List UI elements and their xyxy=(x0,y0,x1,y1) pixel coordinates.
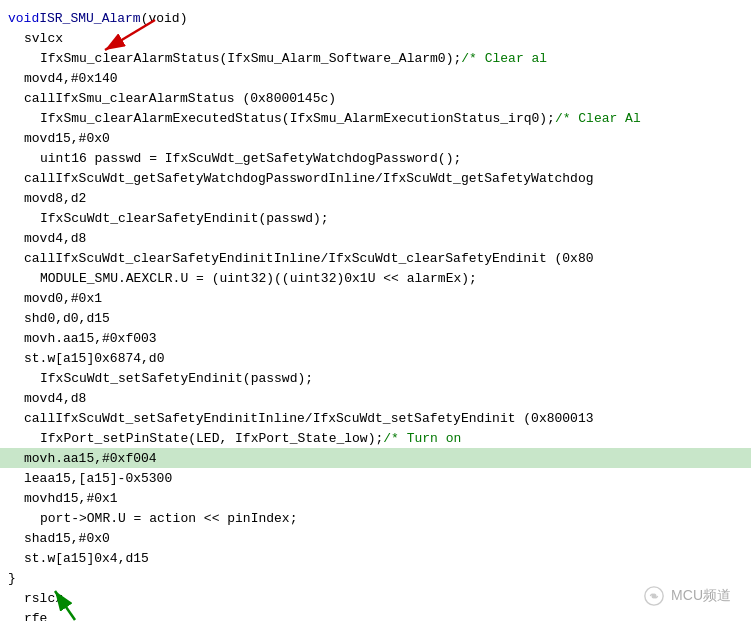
code-line-9: call IfxScuWdt_getSafetyWatchdogPassword… xyxy=(0,168,751,188)
token: [a15]0x4,d15 xyxy=(55,551,149,566)
code-line-3: IfxSmu_clearAlarmStatus(IfxSmu_Alarm_Sof… xyxy=(0,48,751,68)
token: st.w xyxy=(24,351,55,366)
watermark-text: MCU频道 xyxy=(671,587,731,605)
token: IfxScuWdt_clearSafetyEndinit(passwd); xyxy=(40,211,329,226)
token: call xyxy=(24,171,55,186)
token: port->OMR.U = action << pinIndex; xyxy=(40,511,297,526)
token: /* Clear Al xyxy=(555,111,641,126)
code-line-26: port->OMR.U = action << pinIndex; xyxy=(0,508,751,528)
code-line-1: void ISR_SMU_Alarm(void) xyxy=(0,8,751,28)
token: mov xyxy=(24,231,47,246)
token: sha xyxy=(24,531,47,546)
token: movh xyxy=(24,491,55,506)
code-line-25: movh d15,#0x1 xyxy=(0,488,751,508)
token: IfxScuWdt_setSafetyEndinitInline/IfxScuW… xyxy=(55,411,593,426)
code-line-4: mov d4,#0x140 xyxy=(0,68,751,88)
code-line-18: st.w [a15]0x6874,d0 xyxy=(0,348,751,368)
token: svlcx xyxy=(24,31,63,46)
token: mov xyxy=(24,131,47,146)
token: d15,#0x0 xyxy=(47,531,109,546)
token: rfe xyxy=(24,611,47,622)
token: (void) xyxy=(141,11,188,26)
code-line-8: uint16 passwd = IfxScuWdt_getSafetyWatch… xyxy=(0,148,751,168)
token: IfxSmu_clearAlarmExecutedStatus(IfxSmu_A… xyxy=(40,111,555,126)
token: mov xyxy=(24,291,47,306)
token: sh xyxy=(24,311,40,326)
code-container: void ISR_SMU_Alarm(void)svlcxIfxSmu_clea… xyxy=(0,0,751,621)
token: call xyxy=(24,251,55,266)
token: lea xyxy=(24,471,47,486)
code-line-12: mov d4,d8 xyxy=(0,228,751,248)
token: IfxScuWdt_clearSafetyEndinitInline/IfxSc… xyxy=(55,251,593,266)
code-line-11: IfxScuWdt_clearSafetyEndinit(passwd); xyxy=(0,208,751,228)
code-line-19: IfxScuWdt_setSafetyEndinit(passwd); xyxy=(0,368,751,388)
token: IfxSmu_clearAlarmStatus (0x8000145c) xyxy=(55,91,336,106)
token: d4,d8 xyxy=(47,231,86,246)
token: movh.a xyxy=(24,451,71,466)
token: IfxPort_setPinState(LED, IfxPort_State_l… xyxy=(40,431,383,446)
watermark: MCU频道 xyxy=(643,585,731,607)
code-line-31: rfe xyxy=(0,608,751,621)
code-line-13: call IfxScuWdt_clearSafetyEndinitInline/… xyxy=(0,248,751,268)
code-line-16: sh d0,d0,d15 xyxy=(0,308,751,328)
code-line-22: IfxPort_setPinState(LED, IfxPort_State_l… xyxy=(0,428,751,448)
token: st.w xyxy=(24,551,55,566)
code-line-20: mov d4,d8 xyxy=(0,388,751,408)
code-line-29: } xyxy=(0,568,751,588)
token: a15,#0xf004 xyxy=(71,451,157,466)
token: movh.a xyxy=(24,331,71,346)
token: IfxScuWdt_setSafetyEndinit(passwd); xyxy=(40,371,313,386)
token: mov xyxy=(24,71,47,86)
code-line-28: st.w [a15]0x4,d15 xyxy=(0,548,751,568)
token: IfxScuWdt_getSafetyWatchdogPasswordInlin… xyxy=(55,171,593,186)
token: mov xyxy=(24,391,47,406)
token: MODULE_SMU.AEXCLR.U = (uint32)((uint32)0… xyxy=(40,271,477,286)
token: d8,d2 xyxy=(47,191,86,206)
watermark-icon xyxy=(643,585,665,607)
token: a15,[a15]-0x5300 xyxy=(47,471,172,486)
token: [a15]0x6874,d0 xyxy=(55,351,164,366)
code-line-21: call IfxScuWdt_setSafetyEndinitInline/If… xyxy=(0,408,751,428)
token: } xyxy=(8,571,16,586)
token: mov xyxy=(24,191,47,206)
code-line-23: movh.a a15,#0xf004 xyxy=(0,448,751,468)
code-line-30: rslcx xyxy=(0,588,751,608)
code-line-2: svlcx xyxy=(0,28,751,48)
token: d15,#0x0 xyxy=(47,131,109,146)
token: rslcx xyxy=(24,591,63,606)
token: a15,#0xf003 xyxy=(71,331,157,346)
code-line-5: call IfxSmu_clearAlarmStatus (0x8000145c… xyxy=(0,88,751,108)
token: /* Clear al xyxy=(461,51,547,66)
code-line-17: movh.a a15,#0xf003 xyxy=(0,328,751,348)
code-line-6: IfxSmu_clearAlarmExecutedStatus(IfxSmu_A… xyxy=(0,108,751,128)
token: void xyxy=(8,11,39,26)
token: d4,#0x140 xyxy=(47,71,117,86)
code-line-7: mov d15,#0x0 xyxy=(0,128,751,148)
token: d15,#0x1 xyxy=(55,491,117,506)
token: uint16 passwd = IfxScuWdt_getSafetyWatch… xyxy=(40,151,461,166)
token: /* Turn on xyxy=(383,431,461,446)
svg-point-5 xyxy=(652,594,656,598)
code-line-14: MODULE_SMU.AEXCLR.U = (uint32)((uint32)0… xyxy=(0,268,751,288)
token: call xyxy=(24,411,55,426)
token: call xyxy=(24,91,55,106)
token: IfxSmu_clearAlarmStatus(IfxSmu_Alarm_Sof… xyxy=(40,51,461,66)
code-line-27: sha d15,#0x0 xyxy=(0,528,751,548)
code-line-24: lea a15,[a15]-0x5300 xyxy=(0,468,751,488)
token: d0,d0,d15 xyxy=(40,311,110,326)
code-line-15: mov d0,#0x1 xyxy=(0,288,751,308)
token: ISR_SMU_Alarm xyxy=(39,11,140,26)
token: d0,#0x1 xyxy=(47,291,102,306)
token: d4,d8 xyxy=(47,391,86,406)
code-line-10: mov d8,d2 xyxy=(0,188,751,208)
